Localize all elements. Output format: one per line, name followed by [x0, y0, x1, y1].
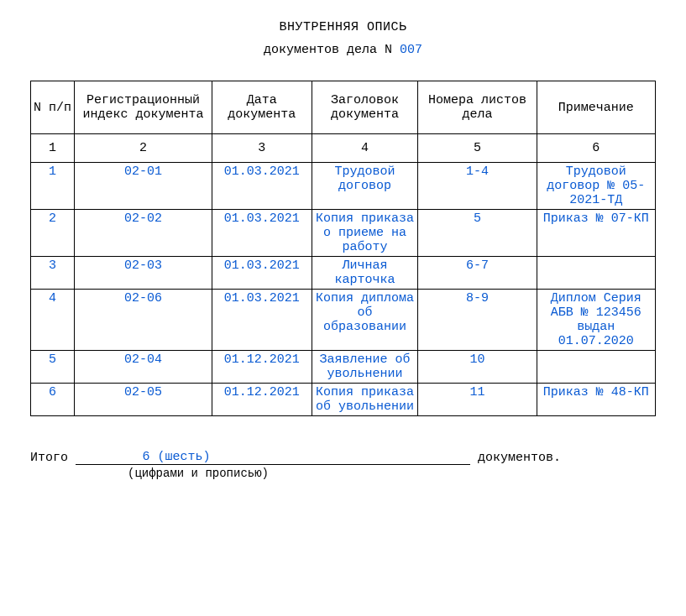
title-line2: документов дела N 007	[30, 43, 656, 57]
cell-title: Трудовой договор	[312, 163, 417, 210]
cell-note: Диплом Серия АБВ № 123456 выдан 01.07.20…	[537, 290, 655, 351]
colnum-3: 3	[212, 134, 312, 163]
column-number-row: 1 2 3 4 5 6	[31, 134, 656, 163]
totals-blank-underline	[277, 464, 470, 465]
totals-block: Итого 6 (шесть) документов. (цифрами и п…	[30, 450, 656, 480]
colnum-2: 2	[75, 134, 212, 163]
table-row: 302-0301.03.2021Личная карточка6-7	[31, 257, 656, 290]
col-header-index: Регистрационный индекс документа	[75, 81, 212, 134]
col-header-date: Дата документа	[212, 81, 312, 134]
title-line2-prefix: документов дела N	[264, 43, 400, 57]
cell-title: Личная карточка	[312, 257, 417, 290]
cell-n: 5	[31, 351, 75, 384]
cell-note	[537, 351, 655, 384]
cell-sheets: 5	[418, 210, 537, 257]
table-row: 102-0101.03.2021Трудовой договор1-4Трудо…	[31, 163, 656, 210]
cell-index: 02-02	[75, 210, 212, 257]
cell-sheets: 6-7	[418, 257, 537, 290]
cell-n: 4	[31, 290, 75, 351]
cell-n: 2	[31, 210, 75, 257]
col-header-note: Примечание	[537, 81, 655, 134]
cell-date: 01.03.2021	[212, 290, 312, 351]
table-head: N п/п Регистрационный индекс документа Д…	[31, 81, 656, 163]
colnum-4: 4	[312, 134, 417, 163]
totals-label: Итого	[30, 451, 76, 465]
cell-n: 6	[31, 384, 75, 416]
cell-date: 01.12.2021	[212, 351, 312, 384]
cell-index: 02-06	[75, 290, 212, 351]
colnum-6: 6	[537, 134, 655, 163]
col-header-title: Заголовок документа	[312, 81, 417, 134]
cell-index: 02-01	[75, 163, 212, 210]
totals-suffix: документов.	[470, 451, 561, 465]
case-number: 007	[400, 43, 422, 57]
col-header-sheets: Номера листов дела	[418, 81, 537, 134]
cell-title: Заявление об увольнении	[312, 351, 417, 384]
cell-title: Копия приказа о приеме на работу	[312, 210, 417, 257]
cell-date: 01.03.2021	[212, 210, 312, 257]
cell-sheets: 11	[418, 384, 537, 416]
table-row: 602-0501.12.2021Копия приказа об увольне…	[31, 384, 656, 416]
cell-date: 01.03.2021	[212, 163, 312, 210]
col-header-npp: N п/п	[31, 81, 75, 134]
cell-note: Приказ № 48-КП	[537, 384, 655, 416]
table-row: 202-0201.03.2021Копия приказа о приеме н…	[31, 210, 656, 257]
table-row: 502-0401.12.2021Заявление об увольнении1…	[31, 351, 656, 384]
title-block: ВНУТРЕННЯЯ ОПИСЬ документов дела N 007	[30, 20, 656, 57]
cell-note: Трудовой договор № 05-2021-ТД	[537, 163, 655, 210]
colnum-1: 1	[31, 134, 75, 163]
table-row: 402-0601.03.2021Копия диплома об образов…	[31, 290, 656, 351]
cell-n: 1	[31, 163, 75, 210]
title-line1: ВНУТРЕННЯЯ ОПИСЬ	[30, 20, 656, 34]
cell-sheets: 8-9	[418, 290, 537, 351]
cell-index: 02-05	[75, 384, 212, 416]
cell-note	[537, 257, 655, 290]
cell-note: Приказ № 07-КП	[537, 210, 655, 257]
cell-title: Копия диплома об образовании	[312, 290, 417, 351]
cell-sheets: 10	[418, 351, 537, 384]
cell-n: 3	[31, 257, 75, 290]
inventory-table: N п/п Регистрационный индекс документа Д…	[30, 81, 656, 416]
cell-title: Копия приказа об увольнении	[312, 384, 417, 416]
cell-date: 01.12.2021	[212, 384, 312, 416]
cell-index: 02-03	[75, 257, 212, 290]
totals-value: 6 (шесть)	[76, 450, 277, 465]
cell-index: 02-04	[75, 351, 212, 384]
cell-sheets: 1-4	[418, 163, 537, 210]
colnum-5: 5	[418, 134, 537, 163]
cell-date: 01.03.2021	[212, 257, 312, 290]
totals-caption: (цифрами и прописью)	[97, 467, 299, 480]
table-body: 102-0101.03.2021Трудовой договор1-4Трудо…	[31, 163, 656, 416]
